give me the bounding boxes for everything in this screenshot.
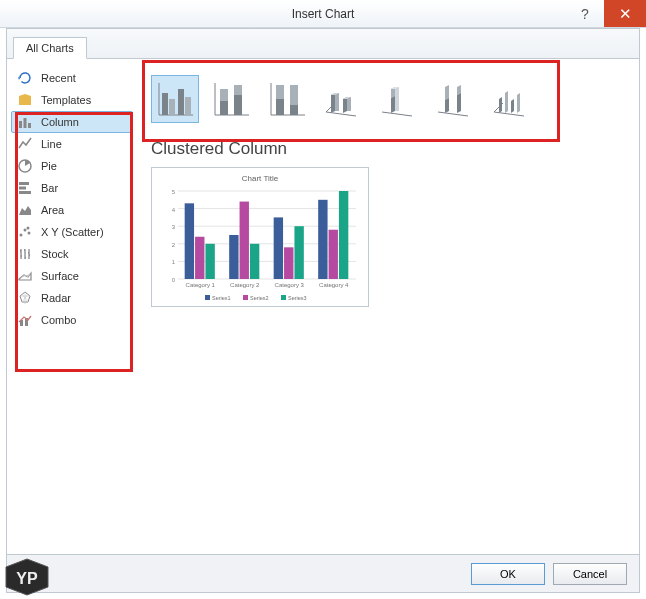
- svg-text:3: 3: [172, 224, 176, 230]
- templates-icon: [17, 92, 33, 108]
- svg-rect-18: [178, 89, 184, 115]
- svg-line-34: [382, 112, 412, 116]
- svg-line-32: [326, 112, 356, 116]
- svg-rect-52: [205, 244, 214, 279]
- svg-rect-6: [19, 187, 26, 190]
- svg-rect-23: [220, 101, 228, 115]
- svg-rect-63: [329, 230, 338, 279]
- svg-text:Category 3: Category 3: [275, 282, 305, 288]
- svg-rect-0: [19, 98, 31, 105]
- svg-line-33: [326, 107, 331, 112]
- svg-rect-3: [28, 123, 31, 128]
- svg-rect-64: [339, 191, 348, 279]
- subtype-3d-clustered-column[interactable]: [319, 75, 367, 123]
- chart-title: Chart Title: [158, 174, 362, 183]
- svg-rect-29: [276, 99, 284, 115]
- svg-rect-68: [243, 295, 248, 300]
- svg-text:YP: YP: [16, 570, 38, 587]
- svg-rect-22: [220, 89, 228, 101]
- sidebar-item-stock[interactable]: Stock: [11, 243, 133, 265]
- sidebar-item-pie[interactable]: Pie: [11, 155, 133, 177]
- sidebar-item-label: Bar: [41, 182, 58, 194]
- tab-all-charts[interactable]: All Charts: [13, 37, 87, 59]
- svg-rect-2: [24, 118, 27, 128]
- svg-rect-58: [274, 217, 283, 279]
- svg-text:2: 2: [172, 242, 176, 248]
- svg-line-36: [494, 112, 524, 116]
- svg-rect-5: [19, 182, 29, 185]
- sidebar-item-label: X Y (Scatter): [41, 226, 104, 238]
- svg-text:1: 1: [172, 259, 176, 265]
- main-panel: Clustered Column Chart Title 012345Categ…: [137, 59, 639, 554]
- sidebar-item-area[interactable]: Area: [11, 199, 133, 221]
- close-button[interactable]: ✕: [604, 0, 646, 27]
- window-title: Insert Chart: [292, 7, 355, 21]
- bar-icon: [17, 180, 33, 196]
- sidebar-item-recent[interactable]: Recent: [11, 67, 133, 89]
- svg-rect-25: [234, 95, 242, 115]
- sidebar-item-x-y-scatter-[interactable]: X Y (Scatter): [11, 221, 133, 243]
- sidebar-item-surface[interactable]: Surface: [11, 265, 133, 287]
- svg-rect-7: [19, 191, 31, 194]
- svg-rect-28: [276, 85, 284, 99]
- line-icon: [17, 136, 33, 152]
- chart-preview[interactable]: Chart Title 012345Category 1Category 2Ca…: [151, 167, 369, 307]
- svg-point-10: [28, 232, 31, 235]
- sidebar-item-label: Column: [41, 116, 79, 128]
- sidebar-item-label: Stock: [41, 248, 69, 260]
- sidebar-item-label: Line: [41, 138, 62, 150]
- svg-rect-54: [229, 235, 238, 279]
- sidebar-item-label: Surface: [41, 270, 79, 282]
- svg-rect-56: [250, 244, 259, 279]
- help-button[interactable]: ?: [566, 0, 604, 27]
- cancel-button[interactable]: Cancel: [553, 563, 627, 585]
- svg-rect-60: [294, 226, 303, 279]
- sidebar-item-combo[interactable]: Combo: [11, 309, 133, 331]
- preview-heading: Clustered Column: [151, 139, 629, 159]
- chart-preview-svg: 012345Category 1Category 2Category 3Cate…: [158, 187, 362, 305]
- scatter-icon: [17, 224, 33, 240]
- svg-rect-70: [281, 295, 286, 300]
- subtype-100-stacked-column[interactable]: [263, 75, 311, 123]
- svg-rect-1: [19, 121, 22, 128]
- svg-text:Category 1: Category 1: [186, 282, 216, 288]
- svg-text:5: 5: [172, 189, 176, 195]
- svg-point-9: [24, 229, 27, 232]
- sidebar-item-bar[interactable]: Bar: [11, 177, 133, 199]
- svg-line-35: [438, 112, 468, 116]
- sidebar-item-templates[interactable]: Templates: [11, 89, 133, 111]
- combo-icon: [17, 312, 33, 328]
- svg-text:Series1: Series1: [212, 295, 231, 301]
- svg-text:4: 4: [172, 207, 176, 213]
- svg-rect-31: [290, 105, 298, 115]
- svg-rect-16: [162, 93, 168, 115]
- ok-button[interactable]: OK: [471, 563, 545, 585]
- svg-rect-30: [290, 85, 298, 105]
- svg-rect-66: [205, 295, 210, 300]
- svg-text:Series3: Series3: [288, 295, 307, 301]
- svg-text:0: 0: [172, 277, 176, 283]
- sidebar-item-line[interactable]: Line: [11, 133, 133, 155]
- chart-category-list: RecentTemplatesColumnLinePieBarAreaX Y (…: [7, 59, 137, 554]
- sidebar-item-column[interactable]: Column: [11, 111, 133, 133]
- svg-rect-59: [284, 247, 293, 279]
- svg-point-8: [20, 234, 23, 237]
- svg-rect-24: [234, 85, 242, 95]
- svg-text:Series2: Series2: [250, 295, 269, 301]
- sidebar-item-label: Recent: [41, 72, 76, 84]
- sidebar-item-label: Radar: [41, 292, 71, 304]
- sidebar-item-radar[interactable]: Radar: [11, 287, 133, 309]
- svg-rect-50: [185, 203, 194, 279]
- area-icon: [17, 202, 33, 218]
- subtype-stacked-column[interactable]: [207, 75, 255, 123]
- surface-icon: [17, 268, 33, 284]
- sidebar-item-label: Area: [41, 204, 64, 216]
- subtype-3d-100-stacked-column[interactable]: [431, 75, 479, 123]
- pie-icon: [17, 158, 33, 174]
- subtype-3d-column[interactable]: [487, 75, 535, 123]
- subtype-3d-stacked-column[interactable]: [375, 75, 423, 123]
- subtype-clustered-column[interactable]: [151, 75, 199, 123]
- svg-text:Category 2: Category 2: [230, 282, 260, 288]
- subtype-row: [151, 69, 629, 135]
- window-titlebar: Insert Chart ? ✕: [0, 0, 646, 28]
